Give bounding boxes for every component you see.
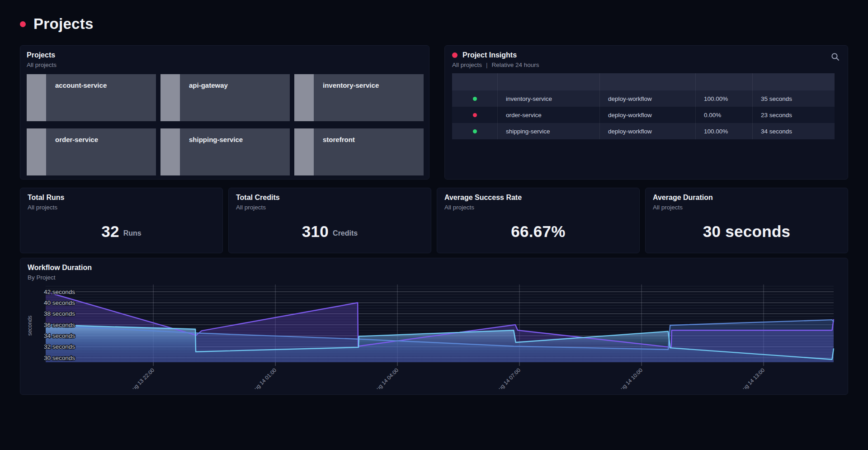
insights-table: inventory-servicedeploy-workflow100.00%3… bbox=[452, 73, 835, 139]
page-header: Projects bbox=[0, 0, 868, 45]
svg-text:Aug 13 22:00: Aug 13 22:00 bbox=[128, 367, 156, 389]
project-tile-thumbnail bbox=[27, 74, 46, 121]
project-tiles-grid: account-serviceapi-gatewayinventory-serv… bbox=[27, 74, 423, 175]
stat-card-average-success-rate: Average Success RateAll projects66.67% bbox=[437, 188, 640, 253]
stat-title: Average Success Rate bbox=[444, 194, 632, 202]
svg-text:Aug 14 04:00: Aug 14 04:00 bbox=[373, 367, 400, 389]
duration-cell: 35 seconds bbox=[752, 90, 835, 107]
page-title: Projects bbox=[33, 15, 94, 33]
page-title-dot-icon bbox=[20, 21, 26, 27]
project-tile-inventory-service[interactable]: inventory-service bbox=[294, 74, 424, 121]
insights-subtitle-separator: | bbox=[486, 62, 488, 68]
project-tile-thumbnail bbox=[294, 128, 314, 175]
insights-card-subtitle: All projects|Relative 24 hours bbox=[452, 62, 840, 68]
project-tile-label: shipping-service bbox=[180, 128, 243, 175]
insights-table-body: inventory-servicedeploy-workflow100.00%3… bbox=[452, 90, 835, 139]
insights-scope: All projects bbox=[452, 62, 482, 68]
stat-value: 30 seconds bbox=[703, 223, 791, 241]
chart-title: Workflow Duration bbox=[28, 264, 840, 272]
project-tile-api-gateway[interactable]: api-gateway bbox=[160, 74, 290, 121]
stat-title: Total Credits bbox=[236, 194, 424, 202]
insights-title-dot-icon bbox=[452, 52, 458, 58]
y-tick-label: 36 seconds bbox=[44, 322, 75, 328]
insights-table-row-order-service[interactable]: order-servicedeploy-workflow0.00%23 seco… bbox=[452, 107, 835, 123]
stat-value: 310 bbox=[302, 223, 329, 241]
projects-card: Projects All projects account-serviceapi… bbox=[20, 45, 429, 180]
stat-subtitle: All projects bbox=[236, 204, 424, 211]
svg-text:Aug 14 13:00: Aug 14 13:00 bbox=[739, 367, 766, 389]
project-tile-label: account-service bbox=[46, 74, 107, 121]
project-tile-account-service[interactable]: account-service bbox=[27, 74, 156, 121]
project-cell: inventory-service bbox=[497, 90, 599, 107]
stat-unit: Runs bbox=[123, 226, 142, 237]
stat-subtitle: All projects bbox=[653, 204, 840, 211]
project-tile-label: api-gateway bbox=[180, 74, 228, 121]
project-tile-thumbnail bbox=[294, 74, 314, 121]
status-cell bbox=[452, 90, 497, 107]
status-success-icon bbox=[473, 129, 477, 133]
success-rate-cell: 100.00% bbox=[695, 123, 752, 139]
stat-value: 32 bbox=[101, 223, 119, 241]
success-rate-cell: 0.00% bbox=[695, 107, 752, 123]
project-insights-card: Project Insights All projects|Relative 2… bbox=[444, 45, 848, 180]
y-tick-label: 32 seconds bbox=[44, 343, 75, 350]
y-tick-label: 40 seconds bbox=[44, 299, 75, 306]
insights-table-header bbox=[452, 73, 835, 90]
stat-value: 66.67% bbox=[511, 223, 566, 241]
status-failure-icon bbox=[473, 113, 477, 117]
stat-unit: Credits bbox=[333, 226, 358, 237]
projects-card-title: Projects bbox=[27, 51, 423, 59]
y-tick-label: 42 seconds bbox=[44, 289, 75, 295]
projects-card-subtitle: All projects bbox=[27, 62, 423, 68]
duration-cell: 34 seconds bbox=[752, 123, 835, 139]
project-tile-storefront[interactable]: storefront bbox=[294, 128, 424, 175]
project-tile-shipping-service[interactable]: shipping-service bbox=[160, 128, 290, 175]
workflow-cell: deploy-workflow bbox=[599, 107, 695, 123]
svg-text:Aug 14 10:00: Aug 14 10:00 bbox=[617, 367, 644, 389]
status-success-icon bbox=[473, 97, 477, 101]
stat-title: Average Duration bbox=[653, 194, 840, 202]
stat-card-total-credits: Total CreditsAll projects310Credits bbox=[228, 188, 431, 253]
project-cell: order-service bbox=[497, 107, 599, 123]
project-tile-label: order-service bbox=[46, 128, 98, 175]
stats-row: Total RunsAll projects32RunsTotal Credit… bbox=[20, 188, 848, 253]
svg-text:Aug 14 01:00: Aug 14 01:00 bbox=[250, 367, 278, 389]
y-tick-label: 38 seconds bbox=[44, 310, 75, 317]
workflow-cell: deploy-workflow bbox=[599, 90, 695, 107]
status-cell bbox=[452, 123, 497, 139]
stat-title: Total Runs bbox=[28, 194, 215, 202]
stat-subtitle: All projects bbox=[444, 204, 632, 211]
insights-range: Relative 24 hours bbox=[492, 62, 539, 68]
workflow-cell: deploy-workflow bbox=[599, 123, 695, 139]
stat-card-total-runs: Total RunsAll projects32Runs bbox=[20, 188, 223, 253]
stat-card-average-duration: Average DurationAll projects30 seconds bbox=[645, 188, 848, 253]
status-cell bbox=[452, 107, 497, 123]
svg-text:Aug 14 07:00: Aug 14 07:00 bbox=[495, 367, 522, 389]
success-rate-cell: 100.00% bbox=[695, 90, 752, 107]
project-cell: shipping-service bbox=[497, 123, 599, 139]
project-tile-thumbnail bbox=[160, 74, 180, 121]
insights-table-row-shipping-service[interactable]: shipping-servicedeploy-workflow100.00%34… bbox=[452, 123, 835, 139]
search-icon[interactable] bbox=[830, 51, 840, 62]
project-tile-order-service[interactable]: order-service bbox=[27, 128, 156, 175]
project-tile-label: inventory-service bbox=[314, 74, 379, 121]
project-tile-thumbnail bbox=[27, 128, 46, 175]
stat-subtitle: All projects bbox=[28, 204, 215, 211]
project-tile-label: storefront bbox=[314, 128, 355, 175]
workflow-duration-chart: Workflow Duration By Project seconds Aug… bbox=[20, 258, 848, 395]
chart-plot-area: Aug 13 22:00Aug 14 01:00Aug 14 04:00Aug … bbox=[23, 278, 841, 389]
y-tick-label: 34 seconds bbox=[44, 332, 75, 339]
duration-cell: 23 seconds bbox=[752, 107, 835, 123]
project-tile-thumbnail bbox=[160, 128, 180, 175]
insights-card-title: Project Insights bbox=[462, 51, 517, 59]
y-tick-label: 30 seconds bbox=[44, 355, 75, 361]
insights-table-row-inventory-service[interactable]: inventory-servicedeploy-workflow100.00%3… bbox=[452, 90, 835, 107]
